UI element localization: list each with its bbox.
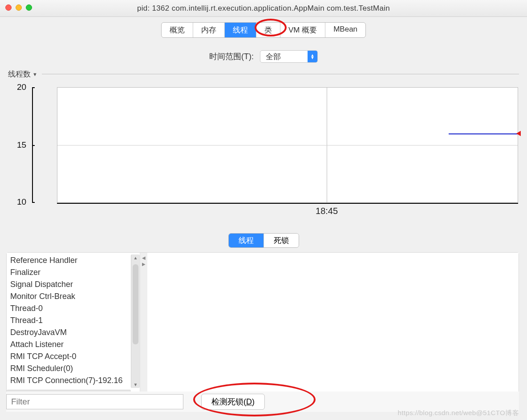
list-item[interactable]: RMI Scheduler(0) xyxy=(10,363,136,375)
detect-deadlock-suffix: ) xyxy=(252,397,255,406)
splitter[interactable]: ◀ ▶ xyxy=(140,253,147,399)
chevron-down-icon[interactable]: ▼ xyxy=(32,72,37,77)
chart-title: 线程数 xyxy=(8,69,31,79)
time-range-label: 时间范围(T): xyxy=(209,51,254,62)
x-axis xyxy=(57,203,518,204)
time-range-value: 全部 xyxy=(260,52,308,62)
chevron-updown-icon[interactable] xyxy=(308,51,317,62)
scroll-thumb[interactable] xyxy=(133,264,138,344)
list-item[interactable]: RMI TCP Accept-0 xyxy=(10,351,136,363)
chart-group-header: 线程数 ▼ xyxy=(8,69,519,79)
filter-input[interactable] xyxy=(6,394,183,409)
y-tick-20: 20 xyxy=(17,82,26,92)
plot-area xyxy=(57,87,518,203)
list-item[interactable]: Finalizer xyxy=(10,267,136,279)
window-title: pid: 1362 com.intellij.rt.execution.appl… xyxy=(137,4,390,13)
tab-vmsummary[interactable]: VM 概要 xyxy=(280,23,325,37)
gridline-horizontal xyxy=(57,145,518,145)
x-tick-1845: 18:45 xyxy=(316,206,338,216)
chart-series-line xyxy=(449,133,518,134)
y-tick-15: 15 xyxy=(17,140,26,150)
list-item[interactable]: Signal Dispatcher xyxy=(10,279,136,291)
list-item[interactable]: Thread-1 xyxy=(10,315,136,327)
tab-memory[interactable]: 内存 xyxy=(193,23,225,37)
list-item[interactable]: Attach Listener xyxy=(10,339,136,351)
scroll-down-icon[interactable]: ▼ xyxy=(131,382,140,387)
close-icon[interactable] xyxy=(5,4,12,11)
tab-mbean[interactable]: MBean xyxy=(325,23,365,37)
segment-threads[interactable]: 线程 xyxy=(229,234,264,247)
detect-deadlock-label: 检测死锁( xyxy=(211,397,246,406)
list-item[interactable]: RMI TCP Connection(7)-192.16 xyxy=(10,375,136,387)
list-item[interactable]: DestroyJavaVM xyxy=(10,327,136,339)
threads-panel: Reference Handler Finalizer Signal Dispa… xyxy=(6,252,519,399)
divider xyxy=(42,74,519,74)
splitter-arrow-left-icon: ◀ xyxy=(142,255,146,260)
detect-deadlock-mnemonic: D xyxy=(246,397,252,406)
titlebar: pid: 1362 com.intellij.rt.execution.appl… xyxy=(0,0,527,17)
splitter-arrow-right-icon: ▶ xyxy=(142,262,146,267)
tab-threads[interactable]: 线程 xyxy=(225,23,256,37)
main-tabs: 概览 内存 线程 类 VM 概要 MBean xyxy=(161,22,366,38)
minimize-icon[interactable] xyxy=(16,4,22,11)
zoom-icon[interactable] xyxy=(26,4,32,11)
window-controls xyxy=(5,4,32,11)
list-item[interactable]: Monitor Ctrl-Break xyxy=(10,291,136,303)
scroll-up-icon[interactable]: ▲ xyxy=(131,255,140,260)
time-range-select[interactable]: 全部 xyxy=(260,50,318,63)
threads-deadlock-segment: 线程 死锁 xyxy=(228,233,299,248)
detect-deadlock-button[interactable]: 检测死锁(D) xyxy=(201,394,265,410)
tab-classes[interactable]: 类 xyxy=(256,23,280,37)
thread-detail-pane xyxy=(147,253,519,399)
thread-count-chart: 20 15 10 18:45 xyxy=(8,83,519,221)
vertical-scrollbar[interactable]: ▲ ▼ xyxy=(131,254,140,388)
tab-overview[interactable]: 概览 xyxy=(162,23,193,37)
list-item[interactable]: Reference Handler xyxy=(10,254,136,267)
list-item[interactable]: Thread-0 xyxy=(10,303,136,315)
thread-list[interactable]: Reference Handler Finalizer Signal Dispa… xyxy=(7,253,140,399)
current-value-marker-icon xyxy=(516,131,521,136)
segment-deadlock[interactable]: 死锁 xyxy=(264,234,299,247)
y-tick-10: 10 xyxy=(17,197,26,207)
